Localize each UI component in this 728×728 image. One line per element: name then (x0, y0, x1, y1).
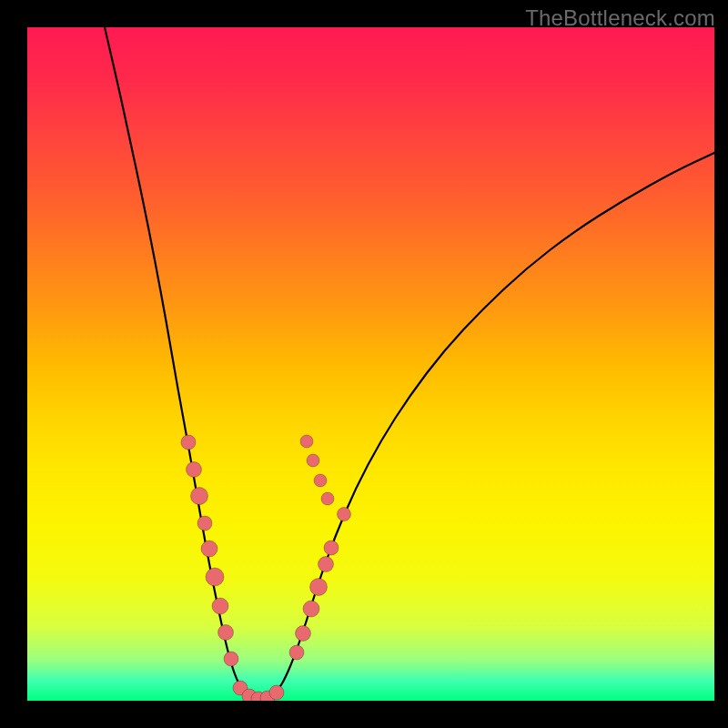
data-point (201, 541, 217, 557)
bottleneck-curve-svg (27, 27, 714, 701)
data-point (191, 488, 208, 505)
data-point (212, 598, 228, 614)
data-point (338, 508, 351, 521)
data-point (314, 474, 327, 487)
data-point (307, 454, 319, 467)
data-point (181, 435, 196, 450)
data-points-left (181, 435, 238, 666)
data-point (218, 625, 234, 641)
data-point (206, 568, 224, 586)
bottleneck-curve (105, 27, 714, 700)
data-point (224, 652, 238, 666)
data-points-bottom (233, 681, 284, 701)
data-point (289, 645, 304, 660)
data-points-right (289, 435, 351, 660)
data-point (321, 492, 334, 505)
data-point (300, 435, 313, 448)
data-point (187, 462, 202, 478)
data-point (324, 541, 339, 555)
data-point (296, 626, 311, 642)
data-point (197, 516, 212, 531)
data-point (303, 601, 319, 617)
data-point (318, 557, 334, 572)
plot-background (27, 27, 714, 701)
data-point (269, 685, 284, 700)
chart-frame: TheBottleneck.com (0, 0, 728, 728)
data-point (310, 579, 328, 596)
